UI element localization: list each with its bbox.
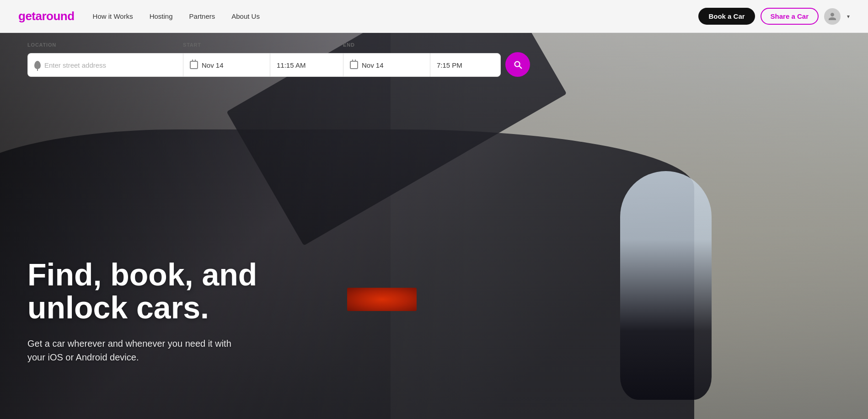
start-calendar-icon [190,61,198,69]
location-pin-icon [34,61,41,69]
user-avatar[interactable] [824,8,841,25]
book-car-button[interactable]: Book a Car [698,8,755,25]
search-icon [513,59,523,70]
location-field-group: LOCATION [27,42,183,77]
search-submit-button[interactable] [505,52,530,77]
start-time-value: 11:15 AM [277,61,305,69]
nav-how-it-works[interactable]: How it Works [93,12,133,20]
nav-links: How it Works Hosting Partners About Us [93,12,699,20]
end-date-input-box[interactable]: Nov 14 [343,53,430,77]
navbar-actions: Book a Car Share a Car ▾ [698,8,850,25]
navbar: getaround How it Works Hosting Partners … [0,0,868,33]
hero-text-content: Find, book, and unlock cars. Get a car w… [27,258,257,364]
end-time-value: 7:15 PM [437,61,462,69]
location-input[interactable] [44,61,131,69]
search-bar: LOCATION START Nov 14 11:15 AM END [0,33,868,86]
share-car-button[interactable]: Share a Car [761,8,819,25]
end-calendar-icon [350,61,358,69]
end-field-group: END Nov 14 7:15 PM [343,42,501,77]
user-menu-chevron[interactable]: ▾ [847,13,850,20]
end-date-value: Nov 14 [362,61,384,69]
hero-headline: Find, book, and unlock cars. [27,258,257,324]
start-date-input-box[interactable]: Nov 14 [183,53,270,77]
user-icon [828,12,837,21]
start-field-group: START Nov 14 11:15 AM [183,42,343,77]
hero-person [620,171,712,400]
logo[interactable]: getaround [18,9,75,23]
nav-about-us[interactable]: About Us [231,12,260,20]
location-label: LOCATION [27,42,183,48]
nav-partners[interactable]: Partners [189,12,215,20]
location-input-box [27,53,183,77]
start-time-input-box[interactable]: 11:15 AM [270,53,343,77]
hero-subtext: Get a car wherever and whenever you need… [27,337,257,364]
end-time-input-box[interactable]: 7:15 PM [430,53,501,77]
start-label: START [183,42,343,48]
nav-hosting[interactable]: Hosting [150,12,173,20]
hero-section: LOCATION START Nov 14 11:15 AM END [0,33,868,419]
start-date-value: Nov 14 [202,61,224,69]
end-label: END [343,42,501,48]
